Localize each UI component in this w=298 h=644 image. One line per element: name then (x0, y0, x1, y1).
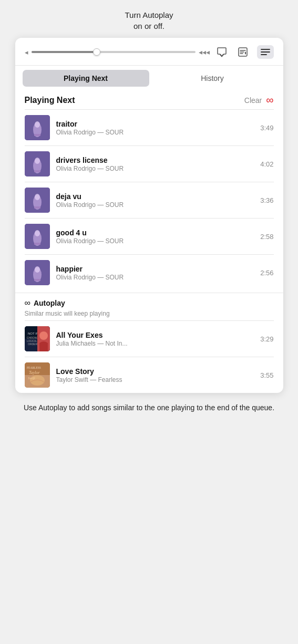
tab-playing-next[interactable]: Playing Next (23, 70, 149, 87)
svg-text:Taylor: Taylor (29, 370, 40, 375)
svg-rect-8 (34, 170, 40, 172)
song-subtitle: Olivia Rodrigo — SOUR (56, 129, 254, 136)
toolbar: ◂ ◂◂◂ (15, 38, 283, 66)
song-title: traitor (56, 120, 254, 128)
tooltip-text: Turn Autoplay on or off. (0, 0, 298, 36)
svg-point-7 (35, 158, 40, 164)
volume-high-icon: ◂◂◂ (199, 48, 210, 56)
song-info-5: happier Olivia Rodrigo — SOUR (56, 265, 254, 281)
lyrics-button[interactable] (236, 46, 250, 58)
song-duration: 3:49 (260, 124, 273, 132)
tab-history[interactable]: History (149, 70, 276, 87)
tab-bar: Playing Next History (15, 66, 283, 87)
song-duration: 4:02 (260, 160, 273, 168)
song-title: good 4 u (56, 228, 254, 237)
music-queue-panel: ◂ ◂◂◂ (15, 38, 283, 393)
song-title: Love Story (56, 367, 254, 376)
song-duration: 2:58 (260, 233, 273, 241)
song-info-2: drivers license Olivia Rodrigo — SOUR (56, 156, 254, 172)
table-row[interactable]: deja vu Olivia Rodrigo — SOUR 3:36 (15, 182, 283, 218)
autoplay-label: Autoplay (34, 299, 65, 307)
autoplay-song-list: NOT IN CHRONO LOGICAL ORDER All Your Exe… (15, 321, 283, 393)
svg-rect-16 (34, 243, 40, 245)
playing-next-header: Playing Next Clear ∞ (15, 87, 283, 109)
svg-point-11 (35, 194, 40, 200)
song-subtitle: Julia Michaels — Not In... (56, 340, 254, 347)
svg-rect-4 (34, 134, 40, 136)
section-actions: Clear ∞ (244, 94, 274, 106)
volume-control: ◂ ◂◂◂ (25, 48, 210, 56)
toolbar-icons (215, 45, 274, 59)
song-subtitle: Olivia Rodrigo — SOUR (56, 274, 254, 281)
table-row[interactable]: traitor Olivia Rodrigo — SOUR 3:49 (15, 110, 283, 146)
autoplay-section-header: ∞ Autoplay (15, 293, 283, 309)
song-title: drivers license (56, 156, 254, 164)
bottom-caption: Use Autoplay to add songs similar to the… (0, 393, 298, 421)
song-info-4: good 4 u Olivia Rodrigo — SOUR (56, 228, 254, 245)
song-title: deja vu (56, 192, 254, 201)
song-subtitle: Taylor Swift — Fearless (56, 376, 254, 383)
svg-rect-20 (34, 279, 40, 281)
autoplay-subtitle: Similar music will keep playing (15, 309, 283, 320)
clear-button[interactable]: Clear (244, 96, 262, 105)
song-duration: 2:56 (260, 269, 273, 277)
song-artwork-5 (25, 260, 50, 285)
volume-low-icon: ◂ (25, 48, 28, 56)
svg-point-3 (35, 121, 40, 128)
song-title: All Your Exes (56, 331, 254, 339)
song-artwork-3 (25, 188, 50, 213)
song-info-1: traitor Olivia Rodrigo — SOUR (56, 120, 254, 136)
autoplay-toggle-icon[interactable]: ∞ (266, 94, 273, 106)
song-artwork-4 (25, 224, 50, 249)
svg-point-15 (35, 230, 40, 236)
playing-next-title: Playing Next (25, 96, 75, 105)
song-info-6: All Your Exes Julia Michaels — Not In... (56, 331, 254, 347)
song-info-7: Love Story Taylor Swift — Fearless (56, 367, 254, 383)
svg-text:FEARLESS: FEARLESS (27, 366, 41, 369)
song-subtitle: Olivia Rodrigo — SOUR (56, 165, 254, 172)
song-artwork-6: NOT IN CHRONO LOGICAL ORDER (25, 326, 50, 351)
airplay-button[interactable] (215, 46, 229, 58)
song-title: happier (56, 265, 254, 273)
svg-text:Swift: Swift (28, 376, 36, 380)
svg-point-19 (35, 266, 40, 273)
song-duration: 3:36 (260, 196, 273, 204)
song-artwork-7: FEARLESS Taylor Swift (25, 362, 50, 388)
song-subtitle: Olivia Rodrigo — SOUR (56, 201, 254, 209)
table-row[interactable]: NOT IN CHRONO LOGICAL ORDER All Your Exe… (15, 321, 283, 357)
table-row[interactable]: FEARLESS Taylor Swift Love Story Taylor … (15, 357, 283, 393)
song-duration: 3:55 (260, 371, 273, 379)
volume-slider[interactable] (32, 51, 196, 53)
table-row[interactable]: drivers license Olivia Rodrigo — SOUR 4:… (15, 146, 283, 182)
song-info-3: deja vu Olivia Rodrigo — SOUR (56, 192, 254, 209)
song-artwork-2 (25, 151, 50, 176)
svg-text:ORDER: ORDER (28, 342, 37, 346)
song-list: traitor Olivia Rodrigo — SOUR 3:49 d (15, 110, 283, 290)
queue-button[interactable] (257, 45, 274, 59)
song-artwork-1 (25, 115, 50, 140)
table-row[interactable]: good 4 u Olivia Rodrigo — SOUR 2:58 (15, 219, 283, 254)
song-duration: 3:29 (260, 335, 273, 343)
table-row[interactable]: happier Olivia Rodrigo — SOUR 2:56 (15, 255, 283, 290)
svg-text:CHRONO: CHRONO (27, 336, 38, 339)
svg-rect-12 (34, 206, 40, 209)
svg-text:NOT IN: NOT IN (28, 332, 38, 335)
svg-point-29 (39, 331, 48, 340)
autoplay-section-icon: ∞ (25, 298, 30, 308)
song-subtitle: Olivia Rodrigo — SOUR (56, 237, 254, 245)
